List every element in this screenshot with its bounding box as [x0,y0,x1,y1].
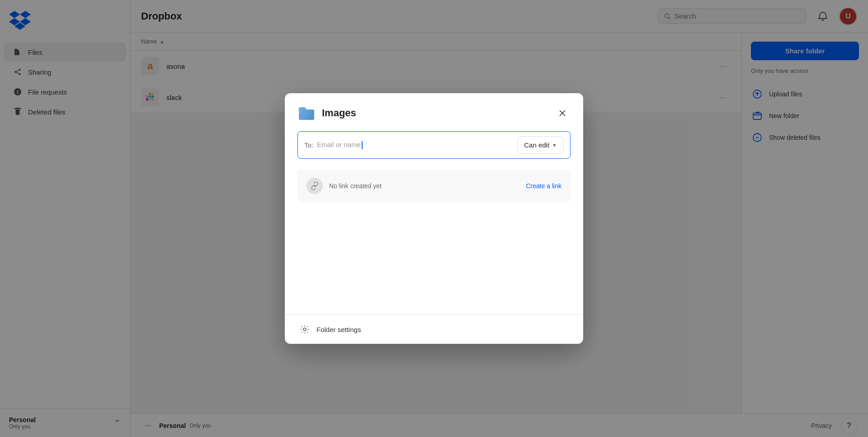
close-icon [558,109,567,118]
create-link-button[interactable]: Create a link [526,182,561,190]
modal-header: Images [285,93,583,131]
modal-to-row: To: Email or name Can edit ▼ [297,131,571,159]
no-link-text: No link created yet [329,182,519,190]
can-edit-button[interactable]: Can edit ▼ [517,136,564,154]
modal-to-label: To: [304,141,313,149]
modal-title: Images [322,107,554,119]
svg-point-25 [303,328,306,331]
chevron-down-icon: ▼ [552,142,557,148]
folder-settings-label[interactable]: Folder settings [316,326,361,333]
share-modal: Images To: Email or name Can edit ▼ [285,93,583,344]
link-icon [307,178,323,194]
link-section: No link created yet Create a link [297,170,571,202]
can-edit-label: Can edit [524,141,549,149]
modal-body: To: Email or name Can edit ▼ No link cre… [285,131,583,314]
cursor-blink [362,141,363,149]
modal-empty-space [297,202,571,302]
modal-to-input-display: Email or name [317,141,514,149]
modal-folder-icon [297,104,316,122]
folder-settings-gear-icon [297,322,312,337]
modal-close-button[interactable] [554,105,571,121]
modal-overlay[interactable]: Images To: Email or name Can edit ▼ [0,0,868,437]
modal-footer: Folder settings [285,314,583,344]
gear-icon [300,325,309,334]
chain-icon [311,182,319,190]
